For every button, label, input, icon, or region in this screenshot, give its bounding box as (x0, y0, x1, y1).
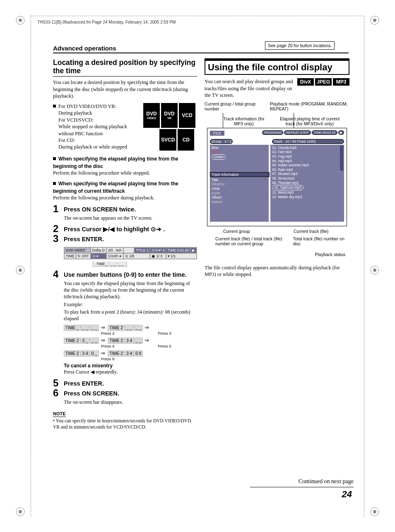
badge-dvd-vr: DVDVR (161, 103, 178, 128)
step-title: Press ENTER. (64, 378, 104, 387)
page-number: 24 (342, 489, 352, 500)
right-heading: Using the file control display (205, 58, 349, 75)
annot: Current track (file) (273, 229, 349, 234)
step-num: 5 (53, 378, 61, 388)
step-title: Press Cursor ▶/◀ to highlight ⊙➔ . (64, 224, 165, 232)
disc-line: For CD: (58, 137, 140, 144)
step-body: The on-screen bar disappears. (64, 399, 197, 405)
svg-point-11 (373, 510, 376, 513)
continued: Continued on next page (299, 478, 354, 485)
annot: Elapsed playing time of current track (f… (275, 116, 344, 126)
track-info-header: Track Information (210, 172, 270, 177)
footer-rule (250, 487, 354, 487)
osd-time-field: TIME _ : _ _ : _ _ (93, 261, 127, 267)
svg-point-5 (19, 268, 22, 272)
format-badges: DVDVIDEO DVDVR VCD SVCD CD (143, 103, 197, 151)
crop-mark (15, 506, 26, 517)
annot: Current group / total group number (205, 101, 266, 111)
annot: Current track (file) / total track (file… (205, 236, 289, 246)
step-title: Press ON SCREEN twice. (64, 204, 136, 213)
note-body: • You can specify time in hours/minutes/… (53, 418, 197, 431)
step-title: Press ON SCREEN. (64, 388, 119, 397)
right-outro: The file control display appears automat… (205, 264, 349, 278)
annot: Track information (for MP3 only) (221, 116, 267, 126)
file-list: 01. Cloudy.mp3 02. Fair.mp3 03. Fog.mp3 … (272, 146, 309, 199)
step-num: 1 (53, 204, 61, 214)
badge-svcd: SVCD (159, 129, 176, 151)
left-intro: You can locate a desired position by spe… (53, 79, 197, 99)
osd-bar: DVD-VIDEODolby D2/0 . 0chTITLE 1CHAP 3TI… (64, 247, 197, 259)
badge-mp3: MP3 (333, 78, 349, 86)
crop-mark (369, 15, 380, 26)
fcd-group: Group : 3 / 3 (210, 139, 233, 144)
step-body: To play back from a point 2 (hours): 34 … (64, 309, 197, 322)
svg-point-9 (19, 510, 22, 513)
section-rule (53, 53, 349, 53)
annot: Current group (205, 229, 269, 234)
time-sequence: TIME _ : _ _ : _ _⇒ TIME 2 : _ _ : _ _⇒ … (64, 324, 197, 361)
annot: Total track (file) number on disc (293, 236, 349, 246)
format-badges: DivX JPEG MP3 (297, 78, 349, 98)
cancel-title: To cancel a misentry (64, 363, 197, 369)
step-num: 3 (53, 234, 61, 244)
section-title: Advanced operations (53, 45, 116, 52)
scrollbar-thumb (340, 146, 343, 170)
disc-line: For DVD VIDEO/DVD VR: (53, 103, 140, 110)
fcd-header: FILE (210, 131, 224, 136)
cancel-body: Press Cursor ◀ repeatedly. (64, 369, 197, 375)
badge-divx: DivX (297, 78, 314, 86)
annot: Playback status (205, 252, 349, 257)
annot: Playback mode (PROGRAM, RANDOM, REPEAT) (270, 101, 349, 111)
step-body: You can specify the elapsed playing time… (64, 280, 197, 300)
badge-cd: CD (178, 129, 194, 151)
example-label: Example: (64, 301, 197, 308)
step-num: 2 (53, 224, 61, 234)
crop-mark (15, 15, 26, 26)
step-body: The on-screen bar appears on the TV scre… (64, 215, 197, 221)
fcd-pills: PROGRAM REPEAT STEP TIME 00:02:15 ▶ (262, 130, 344, 135)
badge-vcd: VCD (179, 103, 195, 128)
disc-line: During playback or while stopped (58, 144, 140, 150)
badge-jpeg: JPEG (315, 78, 332, 86)
badge-dvd-video: DVDVIDEO (143, 103, 160, 128)
svg-point-1 (19, 19, 22, 22)
sub-heading: When specifying the elapsed playing time… (53, 181, 178, 194)
disc-line: During playback (58, 110, 140, 116)
right-intro: You can search and play desired groups a… (205, 78, 295, 98)
step-num: 6 (53, 388, 61, 398)
page-ref: See page 20 for button locations. (265, 41, 335, 50)
sub-body: Perform the following procedure while st… (53, 170, 197, 176)
step-num: 4 (53, 269, 61, 279)
crop-mark (369, 506, 380, 517)
group-list: Blue Red Green (212, 146, 226, 160)
svg-point-3 (373, 19, 376, 22)
fcd-track: Track : 10 / 30 (Total 1000) (272, 139, 344, 144)
disc-line: For VCD/SVCD: (58, 117, 140, 123)
left-heading: Locating a desired position by specifyin… (53, 58, 197, 77)
disc-line: While stopped or during playback without… (58, 123, 140, 137)
sub-body: Perform the following procedure during p… (53, 194, 197, 201)
file-control-display: FILE PROGRAM REPEAT STEP TIME 00:02:15 ▶… (207, 128, 347, 226)
step-title: Press ENTER. (64, 234, 104, 242)
play-icon: ▶ (338, 130, 344, 135)
track-info: TitleWeather ArtistEarth AlbumNature (212, 178, 225, 204)
sub-heading: When specifying the elapsed playing time… (53, 156, 178, 169)
step-title: Use number buttons (0-9) to enter the ti… (64, 269, 186, 278)
crop-mark (15, 265, 26, 276)
svg-point-7 (373, 268, 376, 272)
note-label: NOTE (53, 411, 66, 417)
crop-mark (369, 265, 380, 276)
